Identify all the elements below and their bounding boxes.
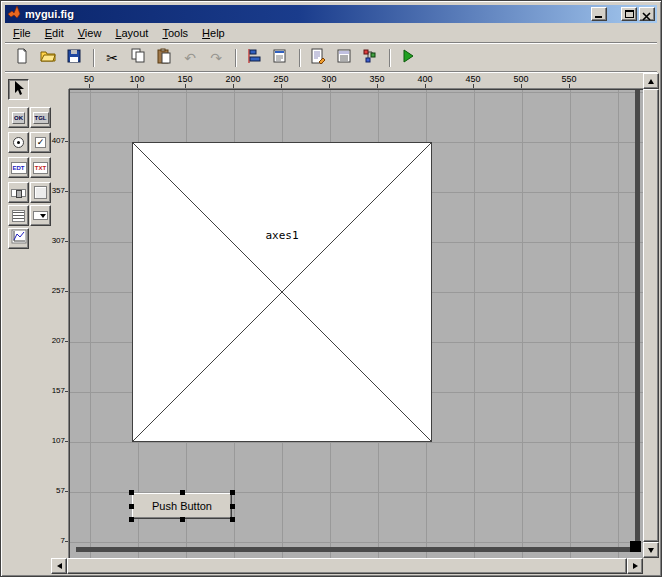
axes-tool-icon: [11, 229, 27, 249]
figure-resize-handle[interactable]: [630, 541, 641, 552]
selection-handle-se[interactable]: [230, 517, 235, 522]
checkbox-icon: ✓: [35, 137, 46, 148]
v-ruler-label: 257: [52, 286, 65, 296]
axes-tool[interactable]: [8, 228, 29, 249]
open-figure-button[interactable]: [36, 47, 60, 69]
cut-button[interactable]: ✂: [100, 47, 124, 69]
h-ruler-label: 100: [125, 74, 149, 84]
m-file-editor-icon: [310, 48, 326, 68]
arrow-down-icon: [648, 548, 654, 556]
slider-tool[interactable]: [8, 182, 29, 203]
popup-menu-tool[interactable]: [30, 205, 51, 226]
frame-tool[interactable]: [30, 182, 51, 203]
menu-editor-button[interactable]: [268, 47, 292, 69]
minimize-icon: [595, 16, 602, 18]
vertical-scrollbar[interactable]: [643, 73, 659, 558]
menu-file[interactable]: File: [6, 25, 38, 41]
v-ruler-label: 407: [52, 136, 65, 146]
edit-text-tool[interactable]: EDT: [8, 157, 29, 178]
radio-button-icon: [13, 137, 24, 148]
layout-canvas[interactable]: axes1 Push Button: [69, 89, 643, 558]
push-button-object[interactable]: Push Button: [132, 493, 232, 519]
minimize-button[interactable]: [591, 7, 607, 21]
vertical-ruler: 407 357 307 257 207 157 107 57 7: [51, 89, 69, 558]
matlab-icon: [7, 5, 21, 23]
menu-view[interactable]: View: [71, 25, 109, 41]
save-figure-button[interactable]: [62, 47, 86, 69]
menu-tools[interactable]: Tools: [155, 25, 195, 41]
paste-button[interactable]: [152, 47, 176, 69]
arrow-up-icon: [648, 76, 654, 84]
selection-handle-sw[interactable]: [129, 517, 134, 522]
push-button-object-wrap: Push Button: [132, 493, 232, 519]
toolbar-separator: [93, 49, 95, 67]
object-browser-button[interactable]: [358, 47, 382, 69]
figure-right-edge[interactable]: [635, 90, 640, 547]
cursor-arrow-icon: [11, 80, 27, 100]
redo-icon: ↷: [210, 51, 222, 65]
v-ruler-label: 7: [61, 536, 65, 546]
menu-layout[interactable]: Layout: [108, 25, 155, 41]
object-browser-icon: [362, 48, 378, 68]
selection-handle-s[interactable]: [180, 517, 185, 522]
scroll-right-button[interactable]: [627, 558, 643, 574]
scroll-down-button[interactable]: [643, 542, 659, 558]
close-icon: [642, 9, 652, 24]
vertical-scrollbar-thumb[interactable]: [643, 89, 659, 542]
property-inspector-icon: [336, 48, 352, 68]
h-ruler-label: 500: [509, 74, 533, 84]
property-inspector-button[interactable]: [332, 47, 356, 69]
close-button[interactable]: [639, 7, 655, 21]
selection-handle-w[interactable]: [129, 504, 134, 509]
toolbar: ✂ ↶ ↷: [5, 45, 657, 72]
toggle-button-tool[interactable]: TGL: [30, 107, 51, 128]
undo-icon: ↶: [184, 51, 196, 65]
run-button[interactable]: [396, 47, 420, 69]
edit-text-icon: EDT: [11, 162, 27, 174]
h-ruler-label: 550: [557, 74, 581, 84]
menu-bar: File Edit View Layout Tools Help: [5, 24, 657, 43]
menu-edit[interactable]: Edit: [38, 25, 71, 41]
new-figure-button[interactable]: [10, 47, 34, 69]
copy-icon: [130, 48, 146, 68]
scroll-left-button[interactable]: [51, 558, 67, 574]
redo-button[interactable]: ↷: [204, 47, 228, 69]
open-folder-icon: [40, 48, 56, 68]
horizontal-scrollbar[interactable]: [51, 558, 643, 574]
select-tool-button[interactable]: [8, 79, 29, 100]
save-disk-icon: [66, 48, 82, 68]
ruler-corner: [51, 73, 69, 89]
copy-button[interactable]: [126, 47, 150, 69]
selection-handle-ne[interactable]: [230, 490, 235, 495]
undo-button[interactable]: ↶: [178, 47, 202, 69]
m-file-editor-button[interactable]: [306, 47, 330, 69]
new-figure-icon: [14, 48, 30, 68]
selection-handle-n[interactable]: [180, 490, 185, 495]
align-objects-button[interactable]: [242, 47, 266, 69]
h-ruler-label: 300: [317, 74, 341, 84]
v-ruler-label: 307: [52, 236, 65, 246]
radio-button-tool[interactable]: [8, 132, 29, 153]
maximize-button[interactable]: [621, 7, 637, 21]
h-ruler-label: 400: [413, 74, 437, 84]
selection-handle-nw[interactable]: [129, 490, 134, 495]
static-text-tool[interactable]: TXT: [30, 157, 51, 178]
title-bar[interactable]: mygui.fig: [5, 5, 657, 23]
toolbar-separator: [299, 49, 301, 67]
horizontal-ruler: 50 100 150 200 250 300 350 400 450 500 5…: [69, 73, 643, 89]
window-title: mygui.fig: [25, 8, 591, 20]
horizontal-scrollbar-thumb[interactable]: [67, 558, 627, 574]
figure-bottom-edge[interactable]: [76, 547, 640, 552]
selection-handle-e[interactable]: [230, 504, 235, 509]
listbox-tool[interactable]: [8, 205, 29, 226]
push-button-tool-icon: OK: [12, 112, 25, 124]
toolbar-separator: [389, 49, 391, 67]
cut-icon: ✂: [106, 51, 118, 65]
arrow-right-icon: [633, 563, 641, 569]
checkbox-tool[interactable]: ✓: [30, 132, 51, 153]
axes-object[interactable]: axes1: [132, 142, 432, 442]
scroll-up-button[interactable]: [643, 73, 659, 89]
menu-help[interactable]: Help: [195, 25, 232, 41]
popup-menu-icon: [33, 211, 48, 220]
push-button-tool[interactable]: OK: [8, 107, 29, 128]
